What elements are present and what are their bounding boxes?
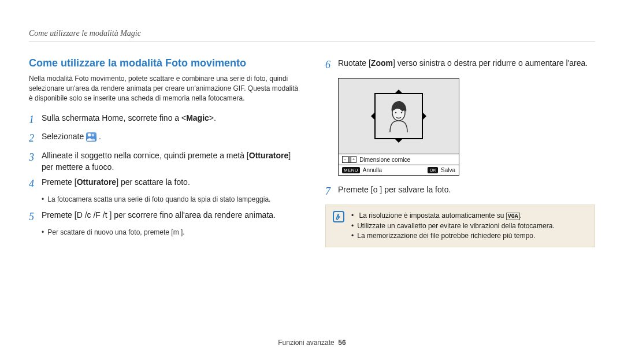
step-3: 3 Allineate il soggetto nella cornice, q…: [29, 150, 299, 173]
arrow-down-icon: [394, 138, 403, 147]
step-text: .: [99, 132, 101, 141]
col-left: Come utilizzare la modalità Foto movimen…: [29, 57, 299, 329]
vga-badge: VGA: [506, 213, 520, 220]
svg-point-1: [92, 134, 95, 137]
step-5-bullet: Per scattare di nuovo una foto, premete …: [42, 228, 299, 237]
section-title: Come utilizzare la modalità Foto movimen…: [29, 57, 299, 69]
step-text: Ruotate [: [338, 58, 371, 68]
zoom-indicator-icon: −+: [342, 156, 356, 163]
step-text: Premete [: [42, 177, 77, 187]
focus-frame: [374, 93, 423, 139]
note-text: La risoluzione è impostata automaticamen…: [359, 211, 506, 220]
bullet-item: La fotocamera scatta una serie di foto q…: [42, 195, 299, 205]
step-1: 1 Sulla schermata Home, scorrete fino a …: [29, 112, 299, 127]
camera-preview: −+ Dimensione cornice MENU Annulla Salva: [338, 78, 459, 176]
camera-action-row: MENU Annulla Salva: [339, 165, 459, 175]
arrow-up-icon: [394, 85, 403, 94]
page-footer: Funzioni avanzate 56: [29, 329, 595, 347]
save-label: Salva: [441, 167, 455, 173]
section-intro: Nella modalità Foto movimento, potete sc…: [29, 74, 299, 103]
step-4-bullet: La fotocamera scatta una serie di foto q…: [42, 195, 299, 205]
step-text: ] per scattare la foto.: [116, 177, 190, 187]
menu-badge: MENU: [342, 167, 360, 173]
step-bold: Magic: [186, 113, 209, 122]
step-text: >.: [209, 113, 216, 122]
cancel-label: Annulla: [363, 167, 382, 173]
step-number: 5: [29, 209, 42, 224]
col-right: 6 Ruotate [Zoom] verso sinistra o destra…: [325, 57, 595, 329]
info-note: La risoluzione è impostata automaticamen…: [325, 205, 595, 247]
svg-point-3: [395, 112, 397, 114]
camera-image-area: [339, 79, 459, 154]
step-5: 5 Premete [D /c /F /t ] per scorrere fin…: [29, 209, 299, 224]
step-number: 6: [325, 57, 338, 72]
arrow-right-icon: [422, 112, 431, 121]
note-item: La risoluzione è impostata automaticamen…: [351, 211, 555, 221]
camera-zoom-row: −+ Dimensione cornice: [339, 154, 459, 165]
step-text: Sulla schermata Home, scorrete fino a <: [42, 113, 186, 122]
step-text: ] verso sinistra o destra per ridurre o …: [393, 58, 588, 68]
step-4: 4 Premete [Otturatore] per scattare la f…: [29, 176, 299, 191]
step-text: Allineate il soggetto nella cornice, qui…: [42, 151, 249, 160]
mode-icon: [86, 132, 96, 142]
bullet-item: Per scattare di nuovo una foto, premete …: [42, 228, 299, 237]
step-bold: Otturatore: [77, 177, 116, 187]
step-text: Selezionate: [42, 132, 84, 141]
step-7: 7 Premete [o ] per salvare la foto.: [325, 184, 595, 199]
page-number: 56: [338, 339, 346, 347]
step-number: 1: [29, 112, 42, 127]
step-bold: Zoom: [371, 58, 393, 68]
breadcrumb: Come utilizzare le modalità Magic: [29, 29, 595, 42]
note-item: La memorizzazione dei file potrebbe rich…: [351, 231, 555, 241]
note-text: .: [520, 211, 522, 220]
step-number: 7: [325, 184, 338, 199]
footer-label: Funzioni avanzate: [278, 339, 334, 347]
step-2: 2 Selezionate .: [29, 131, 299, 146]
svg-point-0: [88, 133, 91, 136]
content-columns: Come utilizzare la modalità Foto movimen…: [29, 57, 595, 329]
step-6: 6 Ruotate [Zoom] verso sinistra o destra…: [325, 57, 595, 72]
zoom-label: Dimensione cornice: [359, 157, 410, 163]
step-text: Premete [o ] per salvare la foto.: [338, 184, 595, 195]
note-item: Utilizzate un cavalletto per evitare le …: [351, 221, 555, 231]
step-number: 3: [29, 150, 42, 165]
info-icon: [333, 211, 344, 222]
step-text: Premete [D /c /F /t ] per scorrere fino …: [42, 209, 299, 221]
arrow-left-icon: [366, 112, 376, 121]
step-number: 2: [29, 131, 42, 146]
ok-badge: [428, 167, 438, 173]
step-number: 4: [29, 176, 42, 191]
portrait-placeholder-icon: [381, 99, 416, 133]
svg-point-4: [401, 112, 403, 114]
step-bold: Otturatore: [249, 151, 288, 160]
